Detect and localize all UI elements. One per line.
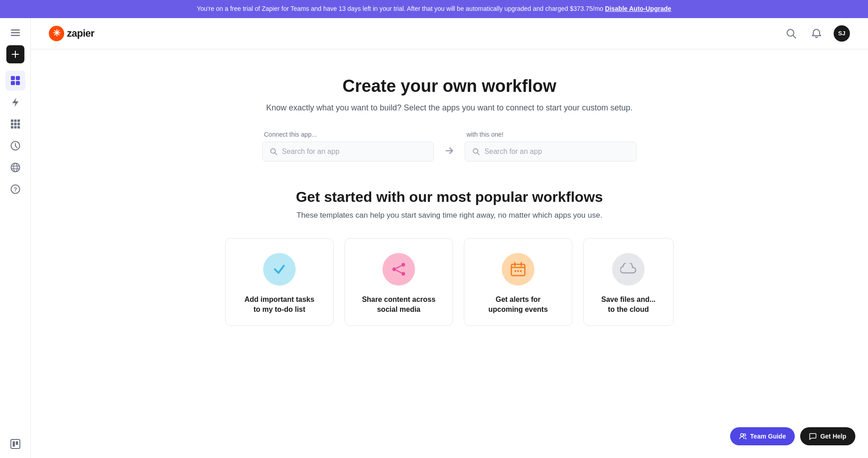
svg-point-48 bbox=[741, 434, 743, 436]
question-icon: ? bbox=[10, 184, 20, 194]
svg-rect-41 bbox=[511, 264, 525, 276]
social-card-title: Share content acrosssocial media bbox=[362, 295, 436, 315]
team-guide-icon bbox=[739, 433, 746, 440]
grid-icon bbox=[10, 119, 20, 129]
svg-point-37 bbox=[392, 267, 396, 271]
with-app-search-wrapper[interactable] bbox=[465, 142, 637, 162]
dashboard-icon bbox=[10, 76, 20, 86]
search-button[interactable] bbox=[783, 25, 799, 42]
hamburger-icon bbox=[11, 28, 20, 37]
cloud-upload-icon bbox=[620, 263, 637, 276]
get-help-label: Get Help bbox=[820, 433, 846, 440]
with-app-field-group: with this one! bbox=[465, 131, 637, 162]
tasks-card-title: Add important tasksto my to-do list bbox=[245, 295, 315, 315]
connect-app-search-input[interactable] bbox=[282, 148, 426, 156]
user-avatar[interactable]: SJ bbox=[834, 25, 850, 42]
main-content: ✳ zapier SJ bbox=[31, 18, 868, 458]
svg-rect-13 bbox=[14, 123, 17, 125]
sidebar-item-editor[interactable] bbox=[5, 434, 25, 454]
globe-icon bbox=[10, 162, 20, 172]
svg-rect-26 bbox=[13, 441, 15, 447]
calendar-icon bbox=[510, 261, 526, 277]
zapier-logo: ✳ zapier bbox=[49, 26, 94, 41]
app-connect-row: Connect this app... bbox=[67, 131, 832, 162]
sidebar-item-zaps[interactable] bbox=[5, 92, 25, 112]
events-icon-circle bbox=[502, 253, 534, 286]
svg-text:✳: ✳ bbox=[53, 28, 61, 38]
chat-icon bbox=[809, 433, 816, 440]
sidebar: ? bbox=[0, 18, 31, 458]
svg-line-31 bbox=[793, 35, 796, 38]
svg-rect-11 bbox=[17, 119, 20, 122]
tasks-icon-circle bbox=[263, 253, 296, 286]
svg-point-19 bbox=[11, 163, 19, 172]
arrow-right-icon bbox=[444, 145, 455, 156]
workflow-card-tasks[interactable]: Add important tasksto my to-do list bbox=[225, 238, 334, 326]
trial-banner: You're on a free trial of Zapier for Tea… bbox=[0, 0, 868, 18]
social-icon-circle bbox=[382, 253, 415, 286]
zapier-logo-icon: ✳ bbox=[49, 26, 64, 41]
sidebar-item-explore[interactable] bbox=[5, 157, 25, 177]
sidebar-nav: ? bbox=[0, 71, 30, 199]
svg-rect-14 bbox=[17, 123, 20, 125]
workflow-card-cloud[interactable]: Save files and...to the cloud bbox=[583, 238, 674, 326]
svg-rect-17 bbox=[17, 126, 20, 129]
bell-icon bbox=[811, 29, 821, 38]
svg-rect-6 bbox=[16, 76, 20, 80]
svg-rect-16 bbox=[14, 126, 17, 129]
svg-rect-0 bbox=[11, 29, 20, 31]
plus-icon bbox=[11, 50, 19, 58]
create-zap-button[interactable] bbox=[6, 45, 24, 63]
svg-rect-1 bbox=[11, 32, 20, 33]
team-guide-button[interactable]: Team Guide bbox=[730, 427, 795, 445]
connect-app-label: Connect this app... bbox=[262, 131, 317, 138]
sidebar-item-help[interactable]: ? bbox=[5, 179, 25, 199]
workflow-cards-container: Add important tasksto my to-do list bbox=[67, 238, 832, 326]
cloud-icon-circle bbox=[612, 253, 645, 286]
svg-rect-15 bbox=[11, 126, 14, 129]
cloud-card-title: Save files and...to the cloud bbox=[601, 295, 656, 315]
svg-rect-25 bbox=[11, 439, 20, 448]
workflow-card-social[interactable]: Share content acrosssocial media bbox=[344, 238, 453, 326]
svg-rect-27 bbox=[16, 441, 18, 445]
hero-title: Create your own workflow bbox=[67, 76, 832, 96]
get-help-button[interactable]: Get Help bbox=[800, 427, 855, 445]
svg-text:?: ? bbox=[14, 186, 17, 193]
hero-section: Create your own workflow Know exactly wh… bbox=[67, 76, 832, 162]
svg-rect-8 bbox=[16, 81, 20, 85]
notifications-button[interactable] bbox=[808, 25, 825, 42]
svg-line-39 bbox=[396, 266, 401, 268]
workflows-subtitle: These templates can help you start savin… bbox=[67, 211, 832, 220]
floating-buttons: Team Guide Get Help bbox=[730, 427, 855, 445]
search-right-icon bbox=[472, 148, 480, 156]
zapier-wordmark: zapier bbox=[67, 28, 94, 39]
svg-point-45 bbox=[514, 270, 516, 272]
page-header: ✳ zapier SJ bbox=[31, 18, 868, 49]
svg-point-46 bbox=[517, 270, 519, 272]
banner-text: You're on a free trial of Zapier for Tea… bbox=[197, 5, 605, 12]
svg-point-38 bbox=[401, 272, 405, 276]
svg-point-47 bbox=[520, 270, 522, 272]
svg-rect-2 bbox=[11, 35, 20, 36]
svg-point-36 bbox=[401, 263, 405, 267]
workflows-title: Get started with our most popular workfl… bbox=[67, 189, 832, 205]
sidebar-item-dashboard[interactable] bbox=[5, 71, 25, 91]
workflow-card-events[interactable]: Get alerts forupcoming events bbox=[464, 238, 572, 326]
menu-toggle-button[interactable] bbox=[6, 24, 24, 42]
sidebar-item-history[interactable] bbox=[5, 136, 25, 156]
svg-rect-10 bbox=[14, 119, 17, 122]
sidebar-bottom-nav bbox=[0, 434, 30, 454]
svg-rect-4 bbox=[12, 54, 19, 55]
workflows-section: Get started with our most popular workfl… bbox=[67, 189, 832, 326]
editor-icon bbox=[10, 439, 20, 449]
connect-arrow-divider bbox=[441, 143, 458, 159]
checkmark-icon bbox=[271, 261, 288, 277]
events-card-title: Get alerts forupcoming events bbox=[488, 295, 548, 315]
sidebar-item-apps[interactable] bbox=[5, 114, 25, 134]
with-app-search-input[interactable] bbox=[485, 148, 629, 156]
lightning-icon bbox=[10, 97, 20, 107]
svg-rect-9 bbox=[11, 119, 14, 122]
connect-app-search-wrapper[interactable] bbox=[262, 142, 434, 162]
disable-autoupgrade-link[interactable]: Disable Auto-Upgrade bbox=[605, 5, 671, 12]
hero-subtitle: Know exactly what you want to build? Sel… bbox=[67, 103, 832, 113]
